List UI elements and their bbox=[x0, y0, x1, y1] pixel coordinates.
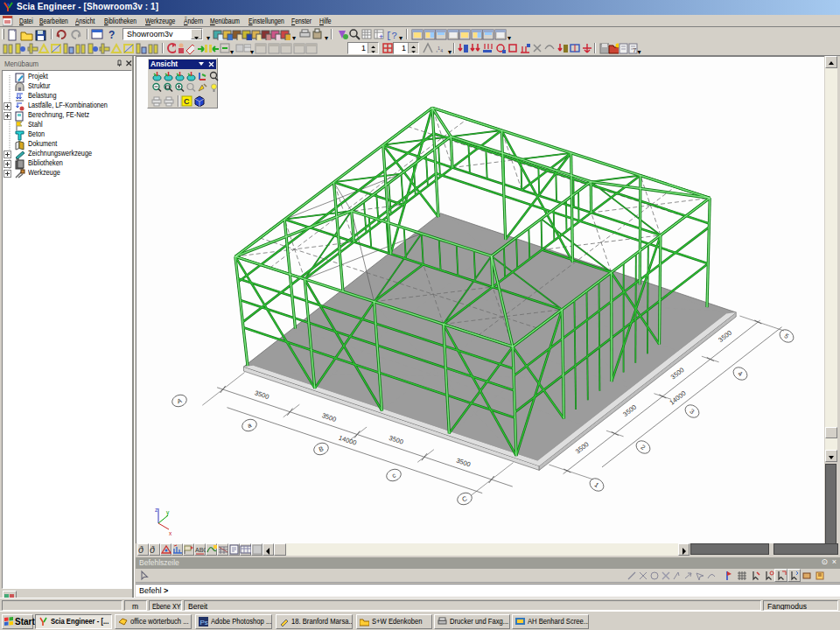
svg-text:Ps: Ps bbox=[200, 619, 208, 626]
svg-text:ð: ð bbox=[138, 544, 144, 555]
svg-text:a: a bbox=[247, 421, 254, 430]
svg-text:3500: 3500 bbox=[455, 457, 472, 469]
svg-text:C: C bbox=[184, 97, 190, 106]
svg-text:B: B bbox=[318, 444, 325, 453]
svg-text:14000: 14000 bbox=[668, 389, 687, 407]
svg-text:?: ? bbox=[108, 29, 115, 41]
svg-text:[?: [? bbox=[386, 31, 397, 40]
svg-text:ð: ð bbox=[150, 544, 155, 555]
svg-text:3500: 3500 bbox=[254, 388, 270, 401]
svg-text:A: A bbox=[176, 396, 183, 405]
svg-text:c: c bbox=[391, 471, 397, 480]
svg-text:7: 7 bbox=[633, 46, 637, 54]
svg-text:+: + bbox=[379, 32, 383, 40]
svg-text:y: y bbox=[166, 509, 170, 516]
svg-text:2: 2 bbox=[640, 443, 648, 452]
svg-text:4: 4 bbox=[737, 369, 745, 378]
svg-text:3500: 3500 bbox=[717, 329, 733, 344]
svg-text:3500: 3500 bbox=[388, 434, 404, 446]
svg-text:x: x bbox=[169, 530, 172, 536]
svg-text:ABC: ABC bbox=[195, 547, 206, 553]
svg-text:3500: 3500 bbox=[574, 440, 591, 455]
svg-text:14000: 14000 bbox=[338, 434, 358, 447]
svg-text:3: 3 bbox=[689, 407, 696, 416]
svg-text:z: z bbox=[155, 507, 158, 513]
svg-text:3500: 3500 bbox=[321, 411, 338, 424]
svg-text:5: 5 bbox=[783, 332, 791, 340]
svg-text:,¹₄: ,¹₄ bbox=[436, 46, 443, 53]
svg-text:C: C bbox=[461, 494, 469, 504]
svg-text:3500: 3500 bbox=[669, 366, 686, 381]
svg-text:1: 1 bbox=[593, 480, 601, 489]
svg-text:3500: 3500 bbox=[621, 403, 638, 418]
